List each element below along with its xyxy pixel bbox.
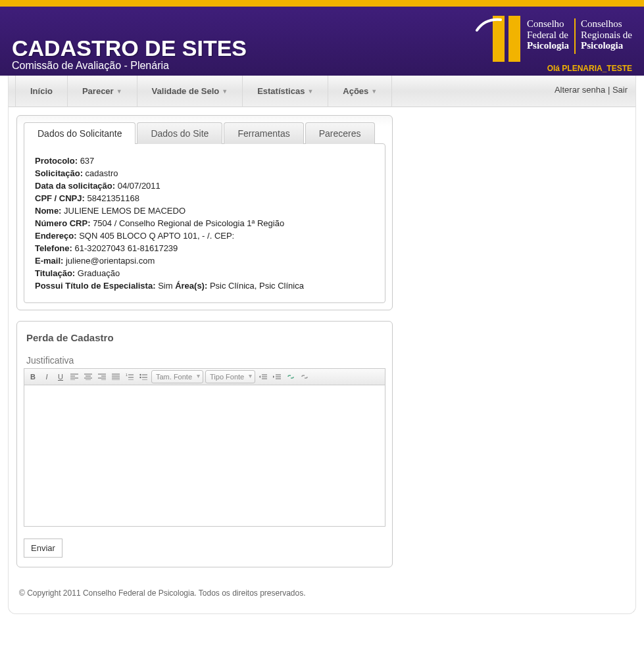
- editor-label: Justificativa: [26, 355, 385, 366]
- user-greeting: Olá PLENARIA_TESTE: [547, 64, 632, 73]
- nav-item-validade[interactable]: Validade de Selo ▼: [137, 76, 243, 107]
- endereco-value: SQN 405 BLOCO Q APTO 101, - /. CEP:: [79, 231, 234, 241]
- nav-label: Início: [30, 86, 53, 96]
- unlink-icon[interactable]: [299, 371, 310, 383]
- nav-item-estatisticas[interactable]: Estatísticas ▼: [243, 76, 328, 107]
- areas-label: Área(s):: [175, 281, 207, 291]
- nav-label: Ações: [343, 86, 368, 96]
- tab-pareceres[interactable]: Pareceres: [305, 122, 375, 144]
- main-wrap: Início Parecer ▼ Validade de Selo ▼ Esta…: [8, 76, 636, 614]
- tab-dados-solicitante[interactable]: Dados do Solicitante: [24, 122, 136, 144]
- cpf-label: CPF / CNPJ:: [35, 193, 85, 203]
- email-label: E-mail:: [35, 256, 63, 266]
- nav-bar: Início Parecer ▼ Validade de Selo ▼ Esta…: [9, 76, 635, 107]
- font-family-select[interactable]: Tipo Fonte: [205, 370, 255, 383]
- protocolo-value: 637: [80, 156, 95, 166]
- chevron-down-icon: ▼: [116, 88, 122, 95]
- ordered-list-icon[interactable]: 1: [124, 371, 136, 383]
- perda-cadastro-panel: Perda de Cadastro Justificativa B I U: [16, 321, 393, 567]
- svg-point-1: [139, 374, 141, 375]
- svg-point-2: [139, 377, 141, 378]
- tab-body: Protocolo: 637 Solicitação: cadastro Dat…: [24, 143, 385, 303]
- areas-value: Psic Clínica, Psic Clínica: [210, 281, 304, 291]
- nome-value: JULIENE LEMOS DE MACEDO: [64, 206, 186, 216]
- font-size-select[interactable]: Tam. Fonte: [151, 370, 203, 383]
- nav-label: Validade de Selo: [152, 86, 220, 96]
- titulacao-value: Graduação: [78, 268, 120, 278]
- telefone-label: Telefone:: [35, 243, 72, 253]
- nav-item-parecer[interactable]: Parecer ▼: [68, 76, 137, 107]
- data-value: 04/07/2011: [118, 181, 161, 191]
- bold-icon[interactable]: B: [27, 371, 39, 383]
- email-value: juliene@orientapsi.com: [66, 256, 155, 266]
- data-label: Data da solicitação:: [35, 181, 115, 191]
- crp-value: 7504 / Conselho Regional de Psicologia 1…: [93, 218, 284, 228]
- nav-item-inicio[interactable]: Início: [15, 76, 68, 107]
- rich-text-editor: B I U 1: [24, 368, 385, 527]
- align-right-icon[interactable]: [96, 371, 108, 383]
- logo-divider: [574, 18, 576, 54]
- outdent-icon[interactable]: [257, 371, 269, 383]
- logo-swoosh-icon: [476, 16, 502, 36]
- underline-icon[interactable]: U: [55, 371, 66, 383]
- cpf-value: 58421351168: [87, 193, 139, 203]
- endereco-label: Endereço:: [35, 231, 77, 241]
- editor-toolbar: B I U 1: [24, 369, 385, 385]
- tab-dados-site[interactable]: Dados do Site: [137, 122, 222, 144]
- telefone-value: 61-32027043 61-81617239: [74, 243, 178, 253]
- nav-item-acoes[interactable]: Ações ▼: [328, 76, 392, 107]
- tabs-row: Dados do Solicitante Dados do Site Ferra…: [24, 122, 385, 144]
- panel-title: Perda de Cadastro: [24, 328, 385, 355]
- page-header: CADASTRO DE SITES Comissão de Avaliação …: [0, 7, 644, 76]
- align-left-icon[interactable]: [68, 371, 80, 383]
- justificativa-textarea[interactable]: [24, 385, 385, 523]
- top-accent-bar: [0, 0, 644, 7]
- chevron-down-icon: ▼: [371, 88, 377, 95]
- chevron-down-icon: ▼: [307, 88, 313, 95]
- solicitacao-value: cadastro: [86, 168, 118, 178]
- chevron-down-icon: ▼: [222, 88, 228, 95]
- solicitacao-label: Solicitação:: [35, 168, 83, 178]
- logo-text-right: Conselhos Regionais de Psicologia: [581, 18, 632, 54]
- align-center-icon[interactable]: [82, 371, 94, 383]
- logo-block: Conselho Federal de Psicologia Conselhos…: [493, 16, 632, 62]
- protocolo-label: Protocolo:: [35, 156, 78, 166]
- italic-icon[interactable]: I: [41, 371, 53, 383]
- link-icon[interactable]: [285, 371, 297, 383]
- especialista-label: Possui Título de Especialista:: [35, 281, 156, 291]
- nome-label: Nome:: [35, 206, 61, 216]
- link-alterar-senha[interactable]: Alterar senha: [555, 85, 605, 95]
- indent-icon[interactable]: [271, 371, 283, 383]
- link-sair[interactable]: Sair: [612, 85, 628, 95]
- top-links: Alterar senha | Sair: [555, 85, 628, 95]
- nav-label: Estatísticas: [257, 86, 305, 96]
- logo-bars-icon: [493, 16, 520, 62]
- unordered-list-icon[interactable]: [137, 371, 149, 383]
- tabs-card: Dados do Solicitante Dados do Site Ferra…: [16, 115, 393, 310]
- footer-text: © Copyright 2011 Conselho Federal de Psi…: [9, 575, 635, 603]
- logo-text-left: Conselho Federal de Psicologia: [527, 18, 569, 54]
- titulacao-label: Titulação:: [35, 268, 75, 278]
- especialista-value: Sim: [158, 281, 172, 291]
- svg-text:1: 1: [126, 373, 128, 377]
- content-area: Dados do Solicitante Dados do Site Ferra…: [9, 107, 635, 575]
- tab-ferramentas[interactable]: Ferramentas: [224, 122, 303, 144]
- enviar-button[interactable]: Enviar: [24, 539, 62, 558]
- crp-label: Número CRP:: [35, 218, 91, 228]
- nav-label: Parecer: [82, 86, 114, 96]
- align-justify-icon[interactable]: [110, 371, 122, 383]
